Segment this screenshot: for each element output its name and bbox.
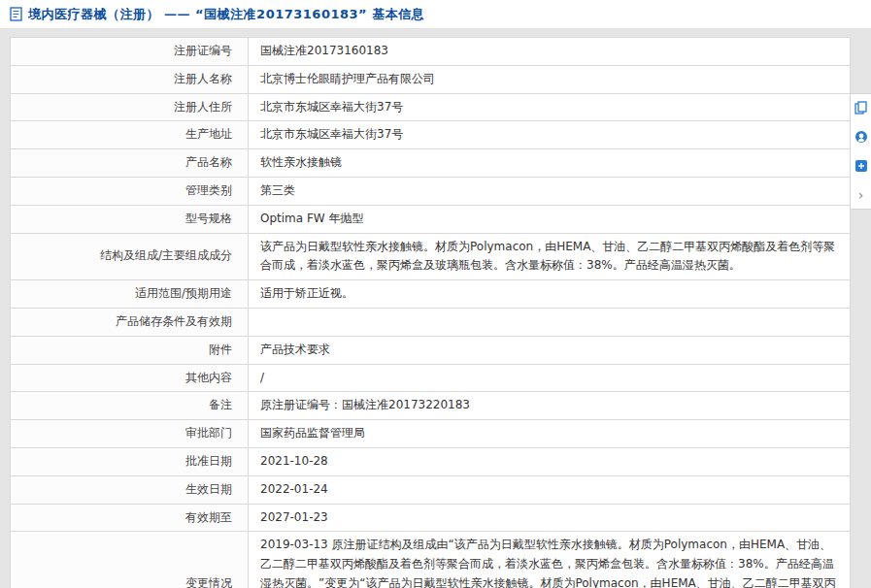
- table-row: 备注原注册证编号：国械注准20173220183: [11, 392, 851, 420]
- document-icon: [10, 7, 22, 21]
- field-label: 产品储存条件及有效期: [11, 308, 249, 336]
- field-value: 第三类: [249, 177, 851, 205]
- table-row: 有效期至2027-01-23: [11, 504, 851, 532]
- field-label: 备注: [11, 392, 249, 420]
- table-row: 产品储存条件及有效期: [11, 308, 851, 336]
- field-value: 原注册证编号：国械注准20173220183: [249, 392, 851, 420]
- field-label: 结构及组成/主要组成成分: [11, 233, 249, 280]
- field-value: 适用于矫正近视。: [249, 280, 851, 309]
- table-row: 变更情况2019-03-13 原注册证结构及组成由“该产品为日戴型软性亲水接触镜…: [11, 532, 851, 588]
- table-row: 附件产品技术要求: [11, 336, 851, 364]
- field-label: 批准日期: [11, 447, 249, 475]
- table-row: 生效日期2022-01-24: [11, 475, 851, 504]
- field-label: 生效日期: [11, 475, 249, 504]
- table-row: 注册人住所北京市东城区幸福大街37号: [11, 93, 851, 121]
- field-value: [249, 308, 851, 336]
- field-label: 适用范围/预期用途: [11, 280, 249, 309]
- field-value: 北京市东城区幸福大街37号: [249, 93, 851, 121]
- table-row: 型号规格Optima FW 年抛型: [11, 205, 851, 233]
- page-header: 境内医疗器械（注册） —— “国械注准20173160183” 基本信息: [0, 0, 871, 29]
- qq-icon[interactable]: [854, 129, 869, 145]
- table-row: 管理类别第三类: [11, 177, 851, 205]
- field-label: 附件: [11, 336, 249, 364]
- copy-icon[interactable]: [854, 100, 869, 115]
- field-label: 型号规格: [11, 205, 249, 233]
- field-label: 注册人名称: [11, 65, 249, 93]
- table-row: 注册人名称北京博士伦眼睛护理产品有限公司: [11, 65, 851, 93]
- field-label: 变更情况: [11, 532, 249, 588]
- page-title: 境内医疗器械（注册） —— “国械注准20173160183” 基本信息: [28, 6, 424, 23]
- page: 境内医疗器械（注册） —— “国械注准20173160183” 基本信息 注册证…: [0, 0, 871, 588]
- share-icon[interactable]: [854, 158, 869, 174]
- table-row: 适用范围/预期用途适用于矫正近视。: [11, 280, 851, 309]
- field-value: 北京博士伦眼睛护理产品有限公司: [249, 65, 851, 93]
- expand-arrow-icon[interactable]: ›: [854, 187, 869, 203]
- field-value: 国家药品监督管理局: [249, 420, 851, 448]
- field-label: 注册证编号: [11, 38, 249, 66]
- registration-info-table: 注册证编号国械注准20173160183 注册人名称北京博士伦眼睛护理产品有限公…: [10, 37, 851, 588]
- field-label: 产品名称: [11, 149, 249, 178]
- field-value: 国械注准20173160183: [249, 38, 851, 66]
- table-row: 生产地址北京市东城区幸福大街37号: [11, 121, 851, 149]
- table-row: 批准日期2021-10-28: [11, 447, 851, 475]
- field-label: 审批部门: [11, 420, 249, 448]
- table-row: 产品名称软性亲水接触镜: [11, 149, 851, 178]
- field-value: 2027-01-23: [249, 504, 851, 532]
- field-value: 北京市东城区幸福大街37号: [249, 121, 851, 149]
- field-label: 其他内容: [11, 364, 249, 392]
- side-toolbar: ›: [850, 93, 871, 210]
- field-value: 软性亲水接触镜: [249, 149, 851, 178]
- table-row: 注册证编号国械注准20173160183: [11, 38, 851, 66]
- field-label: 有效期至: [11, 504, 249, 532]
- field-value: 该产品为日戴型软性亲水接触镜。材质为Polymacon，由HEMA、甘油、乙二醇…: [249, 233, 851, 280]
- field-value: /: [249, 364, 851, 392]
- field-label: 注册人住所: [11, 93, 249, 121]
- table-row: 其他内容/: [11, 364, 851, 392]
- field-value: 产品技术要求: [249, 336, 851, 364]
- field-value: 2022-01-24: [249, 475, 851, 504]
- field-value: 2021-10-28: [249, 447, 851, 475]
- field-value: 2019-03-13 原注册证结构及组成由“该产品为日戴型软性亲水接触镜。材质为…: [249, 532, 851, 588]
- field-label: 管理类别: [11, 177, 249, 205]
- table-row: 审批部门国家药品监督管理局: [11, 420, 851, 448]
- table-row: 结构及组成/主要组成成分该产品为日戴型软性亲水接触镜。材质为Polymacon，…: [11, 233, 851, 280]
- field-label: 生产地址: [11, 121, 249, 149]
- field-value: Optima FW 年抛型: [249, 205, 851, 233]
